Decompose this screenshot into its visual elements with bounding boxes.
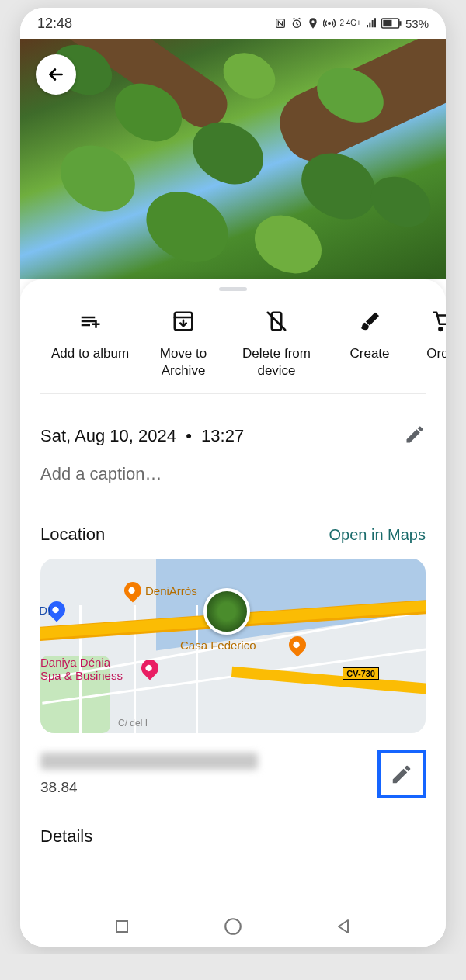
- status-icons: 2 4G+ 53%: [274, 17, 429, 30]
- phone-frame: 12:48 2 4G+ 53%: [20, 8, 446, 947]
- battery-icon: [381, 18, 402, 29]
- location-icon: [307, 17, 319, 29]
- address-line-redacted: [40, 753, 258, 770]
- svg-rect-11: [116, 921, 127, 932]
- back-nav-button[interactable]: [335, 917, 353, 936]
- drag-handle[interactable]: [219, 287, 247, 291]
- svg-point-9: [439, 327, 442, 331]
- svg-point-2: [312, 20, 315, 23]
- map-street-label: C/ del I: [118, 718, 148, 729]
- nfc-icon: [274, 17, 287, 29]
- hotspot-icon: [323, 17, 336, 29]
- battery-pct: 53%: [405, 17, 429, 30]
- caption-input[interactable]: Add a caption…: [20, 448, 446, 484]
- archive-icon: [172, 310, 195, 333]
- coordinates: 38.84: [40, 770, 258, 796]
- back-button[interactable]: [36, 54, 76, 95]
- system-nav-bar: [20, 906, 446, 947]
- map-preview[interactable]: DeniArròs Casa Federico ALDI Daniya Déni…: [40, 559, 426, 733]
- add-to-album-icon: [78, 310, 102, 333]
- action-order[interactable]: Order: [416, 306, 446, 379]
- svg-rect-5: [383, 20, 391, 26]
- clock: 12:48: [37, 16, 72, 32]
- status-bar: 12:48 2 4G+ 53%: [20, 8, 446, 39]
- edit-datetime-button[interactable]: [404, 424, 426, 448]
- info-sheet: Add to album Move to Archive Delete from…: [20, 279, 446, 947]
- map-label: ALDI: [40, 604, 50, 617]
- svg-point-3: [329, 23, 331, 25]
- action-move-to-archive[interactable]: Move to Archive: [137, 306, 230, 379]
- photo-location-marker: [203, 588, 250, 635]
- open-in-maps-link[interactable]: Open in Maps: [329, 526, 426, 544]
- alarm-icon: [290, 17, 303, 29]
- action-add-to-album[interactable]: Add to album: [43, 306, 137, 379]
- road-shield: CV-730: [343, 667, 379, 680]
- home-button[interactable]: [223, 916, 243, 937]
- edit-location-button[interactable]: [377, 750, 426, 798]
- action-label: Order: [416, 345, 446, 362]
- delete-device-icon: [265, 310, 288, 333]
- poi-pin-icon: [120, 579, 144, 603]
- arrow-left-icon: [46, 64, 66, 85]
- action-create[interactable]: Create: [323, 306, 416, 379]
- action-label: Move to Archive: [137, 345, 230, 379]
- location-heading: Location: [40, 525, 105, 545]
- action-label: Add to album: [43, 345, 137, 362]
- action-delete-from-device[interactable]: Delete from device: [230, 306, 323, 379]
- map-label: Daniya Dénia Spa & Business: [40, 656, 123, 682]
- action-label: Create: [323, 345, 416, 362]
- svg-point-12: [225, 919, 241, 934]
- photo-datetime: Sat, Aug 10, 2024 • 13:27: [40, 426, 244, 446]
- action-row: Add to album Move to Archive Delete from…: [40, 302, 426, 394]
- photo-preview[interactable]: [20, 39, 446, 279]
- map-label: Casa Federico: [180, 639, 256, 652]
- pencil-icon: [390, 763, 413, 786]
- action-label: Delete from device: [230, 345, 323, 379]
- pencil-icon: [404, 424, 426, 445]
- cart-icon: [432, 310, 446, 333]
- svg-rect-6: [399, 21, 401, 26]
- recent-apps-button[interactable]: [113, 917, 131, 936]
- network-label: 2 4G+: [339, 19, 361, 27]
- brush-icon: [358, 310, 381, 333]
- map-label: DeniArròs: [145, 584, 197, 597]
- signal-icon: [365, 17, 377, 29]
- details-heading: Details: [20, 798, 446, 847]
